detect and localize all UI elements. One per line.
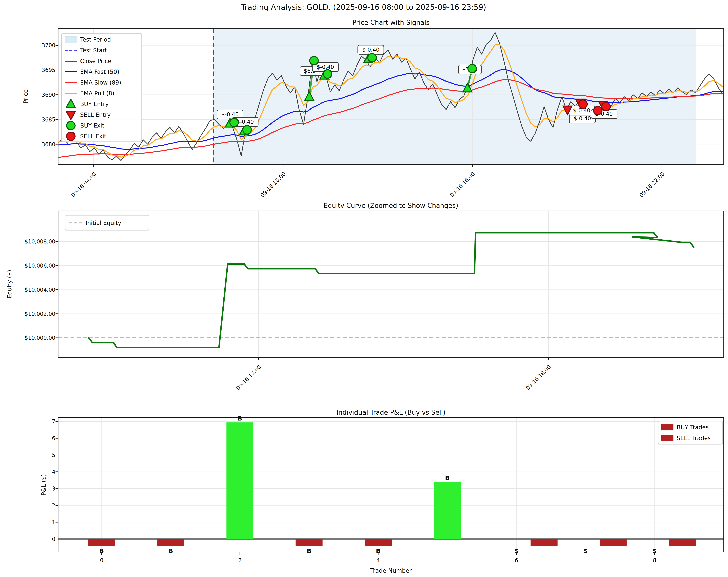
equity-ytick-label: $10,004.00 <box>25 287 55 293</box>
sell-trade-bar <box>669 539 696 546</box>
buy-exit-marker <box>323 70 332 78</box>
trade-side-label: B <box>238 415 242 422</box>
pnl-ytick-label: 6 <box>52 435 55 442</box>
buy-exit-marker <box>368 53 376 62</box>
trades-swatch <box>661 424 673 430</box>
sell-trade-bar <box>531 539 558 546</box>
sell-exit-swatch <box>67 132 75 140</box>
pnl-ytick-label: 3 <box>52 486 55 492</box>
trade-side-label: B <box>168 548 173 554</box>
pnl-chart-title: Individual Trade P&L (Buy vs Sell) <box>336 409 445 416</box>
price-chart: $-0.40$-0.40$6.94$-0.40$-0.40$3.39$-0.40… <box>42 28 724 199</box>
equity-ytick-label: $10,000.00 <box>25 335 55 341</box>
buy-trade-bar <box>365 539 392 546</box>
trade-side-label: S <box>583 548 588 554</box>
legend-item-label: Test Start <box>80 47 107 54</box>
annotation-pnl-label: $-0.40 <box>317 64 334 70</box>
pnl-ytick-label: 5 <box>52 452 55 458</box>
test-period-swatch <box>65 36 77 43</box>
price-ylabel: Price <box>22 89 29 104</box>
legend-item-label: Close Price <box>80 58 111 64</box>
price-ytick-label: 3690 <box>42 92 55 98</box>
price-ytick-label: 3685 <box>42 116 55 123</box>
annotation-pnl-label: $-0.40 <box>221 111 238 117</box>
equity-xtick-label: 09-16 12:00 <box>235 364 262 391</box>
trades-swatch <box>661 435 673 441</box>
pnl-xtick-label: 6 <box>515 557 518 563</box>
pnl-ytick-label: 0 <box>52 536 55 542</box>
price-ytick-label: 3700 <box>42 42 55 49</box>
pnl-xtick-label: 4 <box>376 557 380 563</box>
annotation-pnl-label: $-0.40 <box>236 119 254 125</box>
pnl-ytick-label: 1 <box>52 519 55 525</box>
buy-trade-bar <box>434 482 461 539</box>
equity-ytick-label: $10,006.00 <box>25 263 55 269</box>
buy-exit-marker <box>230 118 238 127</box>
buy-exit-marker <box>243 126 251 134</box>
buy-trade-bar <box>227 422 254 539</box>
price-ytick-label: 3695 <box>42 67 55 73</box>
trade-side-label: B <box>445 475 449 481</box>
legend-item-label: BUY Entry <box>80 101 109 107</box>
pnl-spines <box>58 418 724 552</box>
buy-exit-marker <box>310 56 318 65</box>
equity-ytick-label: $10,008.00 <box>25 238 55 245</box>
pnl-ylabel: P&L ($) <box>40 474 47 496</box>
legend-item-label: EMA Fast (50) <box>80 69 119 75</box>
annotation-pnl-label: $-0.40 <box>574 115 591 122</box>
sell-exit-marker <box>602 102 610 111</box>
legend-item-label: EMA Pull (8) <box>80 90 114 97</box>
figure-title: Trading Analysis: GOLD. (2025-09-16 08:0… <box>241 3 486 11</box>
buy-exit-marker <box>468 64 476 73</box>
equity-ytick-label: $10,002.00 <box>25 311 55 317</box>
trade-side-label: B <box>307 548 311 554</box>
pnl-xtick-label: 2 <box>238 557 242 563</box>
annotation-pnl-label: $-0.40 <box>362 47 380 53</box>
buy-trade-bar <box>157 539 184 546</box>
price-chart-title: Price Chart with Signals <box>353 19 430 26</box>
pnl-chart: BBBBBBSSS0123456702468BUY TradesSELL Tra… <box>52 415 724 563</box>
sell-exit-marker <box>594 106 602 115</box>
trading-analysis-figure: Trading Analysis: GOLD. (2025-09-16 08:0… <box>0 0 728 577</box>
legend-item-label: BUY Trades <box>677 424 709 430</box>
price-xtick-label: 09-16 04:00 <box>70 171 98 199</box>
price-xtick-label: 09-16 22:00 <box>638 171 666 199</box>
sell-trade-bar <box>600 539 627 546</box>
legend-item-label: SELL Trades <box>677 435 711 441</box>
figure-canvas: Trading Analysis: GOLD. (2025-09-16 08:0… <box>0 0 728 577</box>
price-xtick-label: 09-16 10:00 <box>259 171 287 199</box>
buy-trade-bar <box>295 539 322 546</box>
pnl-xtick-label: 8 <box>653 557 656 563</box>
legend-item-label: SELL Entry <box>80 111 111 118</box>
legend-item-label: Test Period <box>80 36 111 43</box>
equity-chart: $10,000.00$10,002.00$10,004.00$10,006.00… <box>25 211 724 391</box>
pnl-xlabel: Trade Number <box>370 567 412 574</box>
equity-ylabel: Equity ($) <box>6 270 13 298</box>
sell-exit-marker <box>579 100 587 108</box>
buy-exit-swatch <box>67 121 75 130</box>
equity-xtick-label: 09-16 18:00 <box>525 364 552 391</box>
equity-curve-line <box>88 233 694 347</box>
equity-chart-title: Equity Curve (Zoomed to Show Changes) <box>324 202 458 209</box>
pnl-ytick-label: 4 <box>52 469 55 475</box>
buy-trade-bar <box>88 539 115 546</box>
legend-item-label: SELL Exit <box>80 133 106 139</box>
legend-item-label: BUY Exit <box>80 122 104 129</box>
legend-item-label: EMA Slow (89) <box>80 79 121 86</box>
price-ytick-label: 3680 <box>42 141 55 148</box>
pnl-xtick-label: 0 <box>100 557 103 563</box>
legend-item-label: Initial Equity <box>86 220 121 226</box>
pnl-ytick-label: 2 <box>52 502 55 508</box>
pnl-ytick-label: 7 <box>52 418 55 425</box>
price-xtick-label: 09-16 16:00 <box>449 171 476 199</box>
